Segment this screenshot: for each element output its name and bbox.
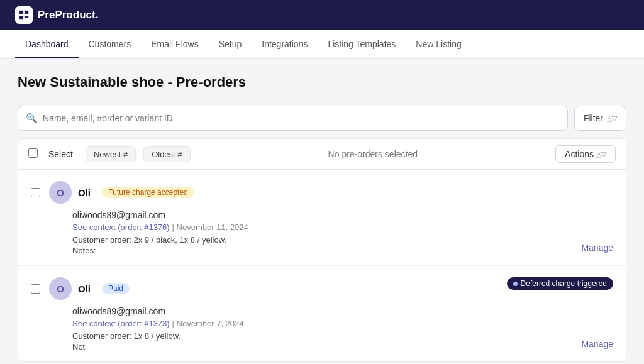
sort-oldest-button[interactable]: Oldest # <box>143 146 190 162</box>
no-selection-text: No pre-orders selected <box>198 149 548 159</box>
order-link-row: See context (order: #1376) | November 11… <box>72 222 613 232</box>
select-all-checkbox-col[interactable] <box>28 148 41 160</box>
svg-rect-2 <box>19 16 23 19</box>
app-name: PreProduct. <box>38 9 98 21</box>
customer-name: Oli <box>78 284 91 294</box>
select-all-checkbox[interactable] <box>28 148 38 158</box>
sort-newest-button[interactable]: Newest # <box>86 146 136 162</box>
orders-list: O Oli Future charge accepted oliwoods89@… <box>18 170 626 362</box>
order-email: oliwoods89@gmail.com <box>72 210 613 220</box>
filter-label: Filter <box>584 113 603 123</box>
nav-item-email-flows[interactable]: Email Flows <box>141 30 208 58</box>
avatar: O <box>49 181 72 204</box>
order-date: | November 11, 2024 <box>172 223 248 232</box>
actions-button[interactable]: Actions △▽ <box>555 145 616 163</box>
svg-rect-3 <box>25 16 28 18</box>
deferred-badge-area: Deferred charge triggered <box>507 277 613 290</box>
order-context-link[interactable]: See context (order: #1373) <box>72 319 170 328</box>
actions-label: Actions <box>565 149 594 159</box>
order-notes: Not <box>72 342 613 351</box>
order-top-row: O Oli Future charge accepted <box>31 181 613 204</box>
order-email: oliwoods89@gmail.com <box>72 306 613 316</box>
manage-link[interactable]: Manage <box>581 339 613 349</box>
svg-rect-0 <box>19 11 23 14</box>
order-link-row: See context (order: #1373) | November 7,… <box>72 318 613 328</box>
app-logo: PreProduct. <box>15 6 98 24</box>
filter-chevron-icon: △▽ <box>607 114 617 123</box>
nav-item-customers[interactable]: Customers <box>79 30 142 58</box>
deferred-badge: Deferred charge triggered <box>507 277 613 290</box>
main-nav: Dashboard Customers Email Flows Setup In… <box>0 30 644 59</box>
svg-rect-1 <box>25 11 28 14</box>
filter-button[interactable]: Filter △▽ <box>574 106 626 131</box>
order-context-link[interactable]: See context (order: #1376) <box>72 223 170 232</box>
search-icon: 🔍 <box>26 113 38 124</box>
actions-chevron-icon: △▽ <box>596 150 606 158</box>
search-row: 🔍 Filter △▽ <box>18 106 626 131</box>
page-title: New Sustainable shoe - Pre-orders <box>18 74 626 91</box>
nav-item-listing-templates[interactable]: Listing Templates <box>318 30 406 58</box>
deferred-dot-icon <box>513 282 518 286</box>
order-items: Customer order: 1x 8 / yellow, <box>72 331 613 341</box>
page-content: New Sustainable shoe - Pre-orders 🔍 Filt… <box>0 59 644 364</box>
order-card: O Oli Future charge accepted oliwoods89@… <box>18 170 626 266</box>
nav-item-setup[interactable]: Setup <box>209 30 252 58</box>
order-checkbox[interactable] <box>31 284 40 294</box>
topbar: PreProduct. <box>0 0 644 30</box>
order-details: oliwoods89@gmail.com See context (order:… <box>72 210 613 255</box>
nav-item-dashboard[interactable]: Dashboard <box>15 30 79 58</box>
search-box: 🔍 <box>18 106 568 131</box>
select-label: Select <box>48 149 73 159</box>
search-input[interactable] <box>43 113 560 123</box>
manage-link[interactable]: Manage <box>581 243 613 253</box>
status-badge: Paid <box>102 283 130 294</box>
order-date: | November 7, 2024 <box>172 319 244 328</box>
order-items: Customer order: 2x 9 / black, 1x 8 / yel… <box>72 235 613 245</box>
table-header: Select Newest # Oldest # No pre-orders s… <box>18 138 626 170</box>
logo-icon <box>15 6 33 24</box>
customer-name: Oli <box>78 187 91 198</box>
order-notes: Notes: <box>72 246 613 255</box>
order-details: oliwoods89@gmail.com See context (order:… <box>72 306 613 351</box>
order-checkbox[interactable] <box>31 188 40 197</box>
deferred-label: Deferred charge triggered <box>521 279 607 288</box>
order-card: O Oli Paid Deferred charge triggered oli… <box>18 266 626 361</box>
status-badge: Future charge accepted <box>102 187 194 198</box>
nav-item-new-listing[interactable]: New Listing <box>406 30 471 58</box>
nav-item-integrations[interactable]: Integrations <box>252 30 318 58</box>
avatar: O <box>49 277 72 300</box>
